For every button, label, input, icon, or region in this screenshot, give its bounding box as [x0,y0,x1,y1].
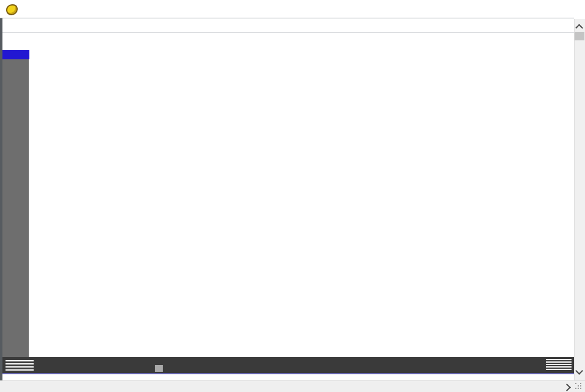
status-grip-left [6,363,34,364]
title-bar [0,0,585,18]
status-bar[interactable] [2,357,574,374]
minimize-button[interactable] [499,2,520,16]
status-grip-left [6,369,34,371]
status-grip-right [546,366,572,368]
status-grip-right [546,364,572,365]
scroll-right-icon[interactable] [564,383,571,390]
editor-area[interactable] [29,59,574,357]
horizontal-scrollbar[interactable] [0,380,585,392]
vertical-scroll-thumb[interactable] [575,32,584,40]
scroll-up-icon[interactable] [576,23,583,29]
status-grip-right [546,359,572,360]
maximize-button[interactable] [529,2,550,16]
text-cursor [155,365,163,372]
app-icon [6,4,18,15]
status-grip-right [546,369,572,370]
record-label [0,50,29,59]
scroll-down-icon[interactable] [576,368,583,375]
menubar-separator [0,32,574,32]
vertical-scrollbar[interactable] [574,19,585,380]
titlebar-separator [0,18,574,18]
status-grip-right [546,361,572,363]
close-button[interactable] [557,2,578,16]
status-grip-left [6,360,34,361]
row-number-sidebar [2,59,29,357]
status-grip-left [6,366,34,368]
resize-grip[interactable] [575,383,584,391]
